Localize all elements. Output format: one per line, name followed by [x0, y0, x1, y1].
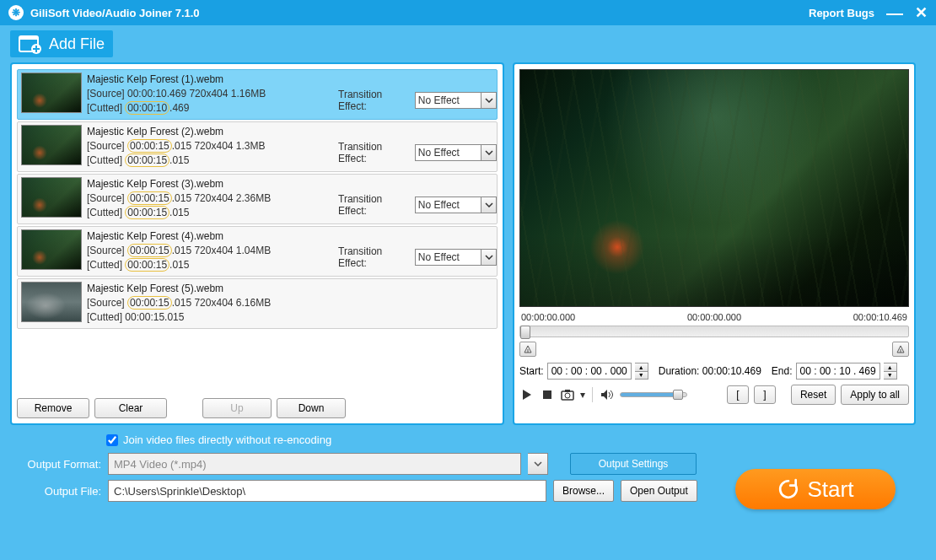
snapshot-button[interactable]: [560, 387, 575, 402]
file-list: Majestic Kelp Forest (1).webm[Source] 00…: [17, 69, 498, 393]
file-row[interactable]: Majestic Kelp Forest (2).webm[Source] 00…: [17, 121, 498, 172]
transition-label: Transition Effect:: [338, 245, 412, 269]
transition-select[interactable]: No Effect: [415, 144, 497, 161]
start-time-input[interactable]: 00 : 00 : 00 . 000: [547, 363, 632, 380]
bracket-in-button[interactable]: [: [727, 385, 749, 404]
app-logo-icon: ❋: [8, 5, 24, 20]
apply-all-button[interactable]: Apply to all: [841, 385, 909, 405]
mark-out-button[interactable]: [892, 342, 909, 357]
down-button[interactable]: Down: [277, 398, 346, 418]
chevron-down-icon: [481, 197, 496, 213]
file-row[interactable]: Majestic Kelp Forest (4).webm[Source] 00…: [17, 226, 498, 277]
app-title: GiliSoft Video/Audio Joiner 7.1.0: [30, 7, 200, 19]
file-name: Majestic Kelp Forest (4).webm: [87, 229, 493, 244]
end-spinner[interactable]: ▲▼: [884, 363, 897, 380]
transition-select[interactable]: No Effect: [415, 249, 497, 266]
svg-rect-1: [19, 36, 38, 40]
play-button[interactable]: [519, 387, 535, 402]
output-format-dropdown[interactable]: [528, 453, 548, 475]
file-thumbnail: [21, 177, 82, 218]
file-name: Majestic Kelp Forest (3).webm: [87, 177, 493, 191]
file-thumbnail: [21, 229, 82, 270]
file-row[interactable]: Majestic Kelp Forest (3).webm[Source] 00…: [17, 174, 498, 224]
chevron-down-icon: [481, 145, 496, 160]
time-start-label: 00:00:00.000: [521, 312, 575, 322]
preview-panel: 00:00:00.000 00:00:00.000 00:00:10.469 S…: [513, 62, 916, 425]
mark-in-button[interactable]: [519, 342, 536, 357]
transition-label: Transition Effect:: [338, 141, 412, 164]
titlebar: ❋ GiliSoft Video/Audio Joiner 7.1.0 Repo…: [0, 0, 936, 25]
output-format-field: [108, 453, 521, 475]
file-thumbnail: [21, 125, 82, 165]
volume-slider[interactable]: [620, 392, 687, 397]
close-button[interactable]: ✕: [915, 3, 928, 22]
report-bugs-link[interactable]: Report Bugs: [809, 7, 874, 19]
seek-head[interactable]: [520, 326, 530, 339]
start-spinner[interactable]: ▲▼: [635, 363, 648, 380]
svg-rect-6: [565, 390, 570, 392]
add-file-icon: [19, 34, 42, 54]
file-name: Majestic Kelp Forest (1).webm: [87, 73, 493, 87]
volume-icon[interactable]: [600, 387, 615, 402]
duration-label: Duration: 00:00:10.469: [659, 365, 761, 377]
start-label: Start:: [519, 365, 544, 377]
file-row[interactable]: Majestic Kelp Forest (1).webm[Source] 00…: [17, 69, 498, 120]
file-cut-info: [Cutted] 00:00:15.015: [87, 310, 493, 325]
end-label: End:: [772, 365, 793, 377]
browse-button[interactable]: Browse...: [553, 480, 614, 502]
file-list-panel: Majestic Kelp Forest (1).webm[Source] 00…: [10, 62, 504, 425]
output-format-label: Output Format:: [25, 458, 101, 471]
svg-rect-3: [543, 390, 551, 399]
file-name: Majestic Kelp Forest (5).webm: [87, 282, 493, 296]
output-settings-button[interactable]: Output Settings: [570, 453, 697, 475]
add-file-button[interactable]: Add File: [10, 30, 113, 57]
seek-slider[interactable]: [519, 326, 909, 337]
transition-select[interactable]: No Effect: [415, 197, 497, 213]
bracket-out-button[interactable]: ]: [754, 385, 776, 404]
file-source-info: [Source] 00:00:15.015 720x404 6.16MB: [87, 296, 493, 310]
svg-point-5: [565, 393, 570, 398]
clear-button[interactable]: Clear: [94, 398, 167, 418]
refresh-icon: [777, 478, 799, 500]
chevron-down-icon: [481, 93, 496, 108]
file-thumbnail: [21, 282, 82, 322]
join-direct-label: Join video files directly without re-enc…: [123, 433, 331, 446]
transition-select[interactable]: No Effect: [415, 92, 497, 109]
video-preview[interactable]: [519, 69, 909, 307]
time-end-label: 00:00:10.469: [853, 312, 907, 322]
stop-button[interactable]: [540, 387, 555, 402]
open-output-button[interactable]: Open Output: [621, 480, 697, 502]
remove-button[interactable]: Remove: [17, 398, 89, 418]
join-direct-checkbox[interactable]: [106, 434, 118, 446]
file-row[interactable]: Majestic Kelp Forest (5).webm[Source] 00…: [17, 278, 498, 329]
transition-label: Transition Effect:: [338, 193, 412, 217]
output-file-label: Output File:: [25, 485, 101, 498]
reset-button[interactable]: Reset: [791, 385, 836, 405]
minimize-button[interactable]: —: [886, 3, 903, 23]
start-button[interactable]: Start: [735, 469, 896, 509]
end-time-input[interactable]: 00 : 00 : 10 . 469: [796, 363, 880, 380]
file-name: Majestic Kelp Forest (2).webm: [87, 125, 493, 139]
chevron-down-icon: [481, 250, 496, 265]
time-mid-label: 00:00:00.000: [687, 312, 741, 322]
file-thumbnail: [21, 73, 82, 113]
output-file-field[interactable]: [108, 480, 546, 502]
transition-label: Transition Effect:: [338, 89, 412, 112]
up-button[interactable]: Up: [202, 398, 272, 418]
